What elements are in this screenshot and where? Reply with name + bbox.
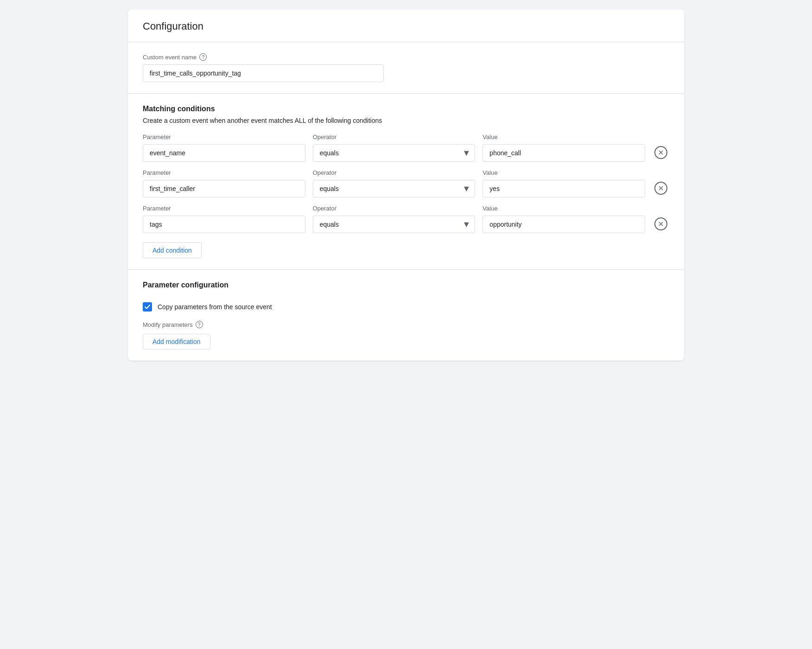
condition-3-operator-select[interactable]: equals contains starts with ends with do… (313, 216, 476, 233)
custom-event-help-icon[interactable]: ? (199, 53, 207, 61)
configuration-card: Configuration Custom event name ? Matchi… (128, 9, 684, 361)
condition-3-remove-icon[interactable] (654, 217, 667, 230)
condition-row-3: Parameter Operator equals contains start… (143, 205, 669, 233)
condition-2-value-input[interactable] (482, 180, 645, 197)
parameter-configuration-title: Parameter configuration (143, 281, 669, 289)
custom-event-label: Custom event name ? (143, 53, 669, 61)
custom-event-section: Custom event name ? (128, 42, 684, 94)
condition-2-operator-wrapper: equals contains starts with ends with do… (313, 180, 476, 197)
condition-3-operator-field: Operator equals contains starts with end… (313, 205, 476, 233)
condition-2-operator-field: Operator equals contains starts with end… (313, 169, 476, 197)
matching-conditions-title: Matching conditions (143, 105, 669, 113)
copy-params-checkbox[interactable] (143, 302, 152, 312)
condition-2-parameter-input[interactable] (143, 180, 305, 197)
condition-1-parameter-field: Parameter (143, 134, 305, 162)
condition-2-operator-select[interactable]: equals contains starts with ends with do… (313, 180, 476, 197)
condition-1-operator-label: Operator (313, 134, 476, 140)
condition-3-remove[interactable] (653, 217, 669, 233)
add-modification-button[interactable]: Add modification (143, 334, 210, 350)
condition-2-parameter-field: Parameter (143, 169, 305, 197)
condition-row-1: Parameter Operator equals contains start… (143, 134, 669, 162)
checkmark-icon (144, 304, 151, 310)
matching-conditions-description: Create a custom event when another event… (143, 117, 669, 124)
condition-3-parameter-input[interactable] (143, 216, 305, 233)
condition-1-value-field: Value (482, 134, 645, 162)
card-header: Configuration (128, 9, 684, 42)
copy-params-row: Copy parameters from the source event (143, 302, 669, 312)
parameter-configuration-section: Parameter configuration Copy parameters … (128, 270, 684, 361)
condition-1-parameter-input[interactable] (143, 144, 305, 162)
condition-2-remove-icon[interactable] (654, 182, 667, 195)
condition-1-operator-wrapper: equals contains starts with ends with do… (313, 144, 476, 162)
custom-event-name-input[interactable] (143, 64, 384, 82)
condition-1-operator-select[interactable]: equals contains starts with ends with do… (313, 144, 476, 162)
condition-2-value-field: Value (482, 169, 645, 197)
condition-2-value-label: Value (482, 169, 645, 176)
condition-3-parameter-label: Parameter (143, 205, 305, 212)
condition-1-remove[interactable] (653, 146, 669, 162)
condition-2-operator-label: Operator (313, 169, 476, 176)
condition-1-operator-field: Operator equals contains starts with end… (313, 134, 476, 162)
condition-3-value-field: Value (482, 205, 645, 233)
copy-params-label: Copy parameters from the source event (158, 303, 272, 311)
modify-params-help-icon[interactable]: ? (196, 321, 203, 328)
page-title: Configuration (143, 20, 669, 32)
condition-3-parameter-field: Parameter (143, 205, 305, 233)
condition-3-operator-wrapper: equals contains starts with ends with do… (313, 216, 476, 233)
condition-3-value-input[interactable] (482, 216, 645, 233)
condition-3-operator-label: Operator (313, 205, 476, 212)
modify-params-label-row: Modify parameters ? (143, 321, 669, 328)
condition-row-2: Parameter Operator equals contains start… (143, 169, 669, 197)
condition-1-value-label: Value (482, 134, 645, 140)
condition-1-parameter-label: Parameter (143, 134, 305, 140)
condition-1-remove-icon[interactable] (654, 146, 667, 159)
add-condition-button[interactable]: Add condition (143, 242, 202, 258)
condition-1-value-input[interactable] (482, 144, 645, 162)
modify-params-label: Modify parameters (143, 321, 193, 328)
condition-2-parameter-label: Parameter (143, 169, 305, 176)
condition-2-remove[interactable] (653, 182, 669, 197)
condition-3-value-label: Value (482, 205, 645, 212)
matching-conditions-section: Matching conditions Create a custom even… (128, 94, 684, 270)
